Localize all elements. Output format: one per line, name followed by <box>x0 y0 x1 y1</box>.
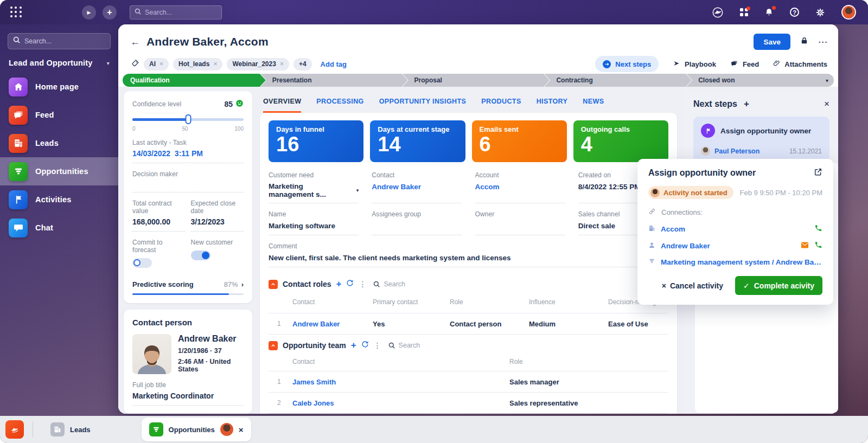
tag-chip[interactable]: AI× <box>144 58 169 70</box>
app-launcher-icon[interactable] <box>10 7 22 18</box>
open-in-new-icon[interactable] <box>814 168 822 178</box>
field-owner[interactable]: Owner <box>475 210 565 235</box>
tab-history[interactable]: HISTORY <box>537 91 568 113</box>
email-icon[interactable] <box>801 242 809 250</box>
sidebar-search[interactable] <box>8 33 111 49</box>
column-header[interactable]: Role <box>450 298 529 306</box>
stage-presentation[interactable]: Presentation <box>260 74 408 87</box>
add-new-button[interactable]: + <box>103 5 117 20</box>
more-actions-icon[interactable]: ⋯ <box>818 36 827 48</box>
connection-opportunity[interactable]: Marketing management system / Andrew Bak… <box>648 258 822 266</box>
contact-link[interactable]: James Smith <box>292 378 509 386</box>
workspace-selector[interactable]: Lead and Opportunity ▾ <box>9 59 110 67</box>
chevron-down-icon[interactable]: ▾ <box>826 78 828 84</box>
taskbar-tab-leads[interactable]: Leads <box>42 418 99 441</box>
tab-processing[interactable]: PROCESSING <box>316 91 363 113</box>
kebab-menu-icon[interactable]: ⋮ <box>359 280 366 288</box>
back-arrow-icon[interactable]: ← <box>130 36 140 48</box>
connection-account[interactable]: Accom <box>648 224 822 234</box>
contact-roles-search-input[interactable] <box>384 280 427 288</box>
notifications-bell-icon[interactable] <box>764 8 774 17</box>
field-account[interactable]: AccountAccom <box>475 171 565 203</box>
contact-link[interactable]: Caleb Jones <box>292 399 509 407</box>
table-row[interactable]: 2 Caleb Jones Sales representative <box>269 393 668 414</box>
sidebar-item-leads[interactable]: Leads <box>0 129 118 157</box>
remove-tag-icon[interactable]: × <box>159 60 163 68</box>
sidebar-search-input[interactable] <box>24 37 100 45</box>
call-icon[interactable] <box>814 224 822 234</box>
job-title-value[interactable]: Marketing Coordinator <box>132 391 244 400</box>
sidebar-item-opportunities[interactable]: Opportunities <box>0 157 118 185</box>
chevron-down-icon[interactable]: ▾ <box>356 188 359 193</box>
tag-chip[interactable]: Webinar_2023× <box>227 58 289 70</box>
column-header[interactable]: Influence <box>529 298 608 306</box>
stage-closed-won[interactable]: Closed won▾ <box>686 74 834 87</box>
taskbar-tab-opportunities[interactable]: Opportunities × <box>142 418 251 441</box>
add-icon[interactable]: + <box>351 340 356 351</box>
sidebar-item-home-page[interactable]: Home page <box>0 73 118 101</box>
column-header[interactable]: Contact <box>292 358 509 366</box>
feed-button[interactable]: Feed <box>730 60 759 69</box>
add-icon[interactable]: + <box>336 279 341 290</box>
playbook-button[interactable]: Playbook <box>673 60 716 69</box>
commit-toggle[interactable] <box>132 258 152 268</box>
user-avatar[interactable] <box>841 5 856 20</box>
refresh-icon[interactable] <box>346 279 354 289</box>
field-customer-need[interactable]: Customer need Marketing management s...▾ <box>269 171 359 203</box>
sidebar-item-feed[interactable]: Feed <box>0 101 118 129</box>
global-search-input[interactable] <box>145 9 210 16</box>
close-icon[interactable]: × <box>239 425 244 434</box>
kebab-menu-icon[interactable]: ⋮ <box>374 341 381 350</box>
confidence-slider[interactable] <box>132 114 244 124</box>
field-assignees-group[interactable]: Assignees group <box>372 210 462 235</box>
complete-activity-button[interactable]: ✓ Complete acivity <box>735 276 822 295</box>
refresh-icon[interactable] <box>361 341 369 350</box>
table-row[interactable]: 1 Andrew Baker Yes Contact person Medium… <box>269 313 668 335</box>
step-owner-link[interactable]: Paul Peterson <box>714 147 760 155</box>
add-step-icon[interactable]: + <box>744 99 749 110</box>
close-date-value[interactable]: 3/12/2023 <box>191 217 244 226</box>
tab-opportunity-insights[interactable]: OPPORTUNITY INSIGHTS <box>379 91 467 113</box>
contact-link[interactable]: Andrew Baker <box>292 320 373 328</box>
tab-news[interactable]: NEWS <box>583 91 604 113</box>
total-contract-value[interactable]: 168,000.00 <box>132 217 186 226</box>
run-process-button[interactable]: ▶ <box>82 5 96 20</box>
tag-icon[interactable] <box>131 59 139 70</box>
settings-gear-icon[interactable] <box>815 8 825 17</box>
next-steps-button[interactable]: ➔ Next steps <box>595 56 659 72</box>
opportunity-team-search-input[interactable] <box>399 342 442 349</box>
cancel-activity-button[interactable]: × Cancel activity <box>662 281 723 290</box>
more-tags-chip[interactable]: +4 <box>293 58 312 70</box>
call-icon[interactable] <box>814 241 822 251</box>
slider-thumb[interactable] <box>185 114 191 124</box>
sidebar-item-chat[interactable]: Chat <box>0 214 118 242</box>
tab-overview[interactable]: OVERVIEW <box>263 91 301 113</box>
contact-photo[interactable] <box>132 334 171 374</box>
opportunity-team-search[interactable] <box>388 342 442 349</box>
stage-qualification[interactable]: Qualification <box>123 74 266 87</box>
field-contact[interactable]: ContactAndrew Baker <box>372 171 462 203</box>
remove-tag-icon[interactable]: × <box>213 60 217 68</box>
collapse-icon[interactable] <box>269 280 278 289</box>
lock-icon[interactable] <box>800 36 808 47</box>
table-row[interactable]: 1 James Smith Sales manager <box>269 371 668 393</box>
collapse-icon[interactable] <box>269 341 278 350</box>
status-badge[interactable]: Activity not started <box>648 186 733 199</box>
sidebar-item-activities[interactable]: Activities <box>0 185 118 214</box>
new-customer-toggle[interactable] <box>191 251 210 260</box>
last-activity-time[interactable]: 3:11 PM <box>175 149 203 158</box>
tab-products[interactable]: PRODUCTS <box>481 91 521 113</box>
stage-proposal[interactable]: Proposal <box>403 74 550 87</box>
column-header[interactable]: Primary contact <box>373 298 450 306</box>
column-header[interactable]: Contact <box>292 298 373 306</box>
close-icon[interactable]: × <box>824 99 829 110</box>
attachments-button[interactable]: Attachments <box>773 59 827 69</box>
next-step-card[interactable]: Assign opportunity owner Paul Peterson 1… <box>693 117 829 163</box>
field-comment[interactable]: CommentNew client, first sale. The clien… <box>269 242 668 267</box>
last-activity-date[interactable]: 14/03/2022 <box>132 149 170 158</box>
chevron-right-icon[interactable]: › <box>241 280 244 288</box>
remove-tag-icon[interactable]: × <box>280 60 284 68</box>
help-icon[interactable]: ? <box>790 8 799 17</box>
tag-chip[interactable]: Hot_leads× <box>173 58 222 70</box>
add-tag-button[interactable]: Add tag <box>321 60 347 68</box>
